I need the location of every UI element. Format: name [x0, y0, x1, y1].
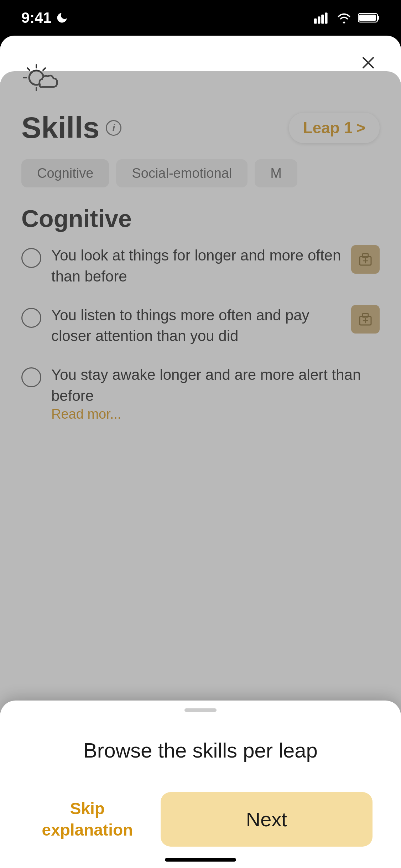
- svg-line-13: [27, 68, 30, 70]
- skip-label: Skip explanation: [42, 799, 133, 839]
- status-time: 9:41: [21, 9, 68, 26]
- svg-line-14: [43, 68, 45, 70]
- time-display: 9:41: [21, 9, 51, 26]
- sheet-title: Browse the skills per leap: [28, 737, 373, 764]
- sheet-handle: [184, 708, 217, 712]
- battery-icon: [358, 12, 380, 24]
- moon-icon: [56, 11, 68, 24]
- svg-rect-1: [318, 16, 320, 24]
- bottom-sheet: Browse the skills per leap Skip explanat…: [0, 701, 401, 868]
- status-bar: 9:41: [0, 0, 401, 36]
- skip-explanation-button[interactable]: Skip explanation: [28, 798, 146, 841]
- signal-icon: [314, 11, 330, 24]
- wifi-icon: [336, 11, 352, 24]
- svg-rect-2: [321, 15, 324, 24]
- next-button[interactable]: Next: [161, 792, 373, 847]
- svg-rect-0: [314, 19, 317, 24]
- app-content: Skills i Leap 1 > Cognitive Social-emoti…: [0, 36, 401, 868]
- status-icons: [314, 11, 380, 24]
- sheet-actions: Skip explanation Next: [28, 792, 373, 847]
- home-indicator: [165, 858, 236, 862]
- svg-rect-6: [359, 15, 376, 21]
- close-button[interactable]: [357, 51, 380, 74]
- svg-rect-5: [377, 16, 379, 20]
- svg-rect-3: [325, 12, 327, 24]
